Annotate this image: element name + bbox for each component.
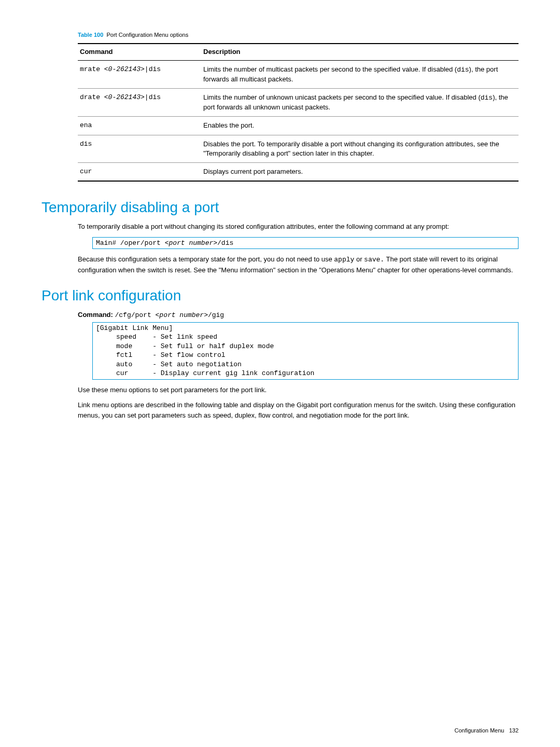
- port-config-table: Command Description mrate <0-262143>|dis…: [78, 43, 519, 182]
- body-text: To temporarily disable a port without ch…: [78, 222, 519, 232]
- table-row: dis Disables the port. To temporarily di…: [78, 135, 519, 162]
- heading-port-link-config: Port link configuration: [41, 285, 519, 306]
- table-row: cur Displays current port parameters.: [78, 162, 519, 181]
- body-text: Use these menu options to set port param…: [78, 385, 519, 395]
- table-row: mrate <0-262143>|dis Limits the number o…: [78, 60, 519, 88]
- table-caption: Table 100 Port Configuration Menu option…: [78, 31, 519, 39]
- body-text: Link menu options are described in the f…: [78, 400, 519, 420]
- table-label: Table 100: [78, 32, 103, 38]
- body-text: Because this configuration sets a tempor…: [78, 254, 519, 275]
- col-header-description: Description: [201, 44, 519, 60]
- code-block: Main# /oper/port <port number>/dis: [92, 237, 519, 250]
- heading-temporarily-disabling: Temporarily disabling a port: [41, 197, 519, 217]
- command-line: Command: /cfg/port <port number>/gig: [78, 310, 519, 320]
- col-header-command: Command: [78, 44, 201, 60]
- code-block: [Gigabit Link Menu] speed - Set link spe…: [92, 322, 519, 380]
- table-caption-text: Port Configuration Menu options: [106, 32, 188, 38]
- table-row: ena Enables the port.: [78, 117, 519, 135]
- table-row: drate <0-262143>|dis Limits the number o…: [78, 88, 519, 116]
